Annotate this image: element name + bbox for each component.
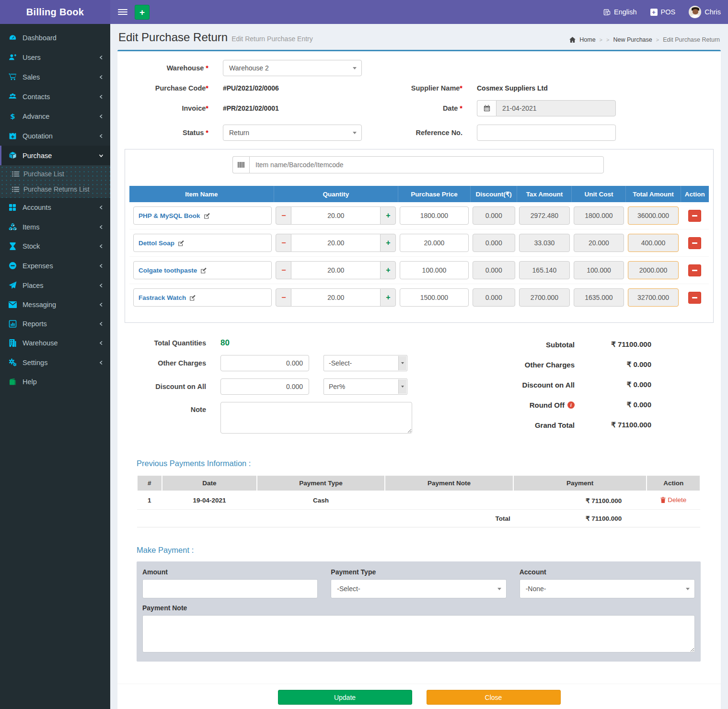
remove-item-button[interactable] [688, 210, 701, 222]
increment-button[interactable]: + [380, 234, 396, 252]
decrement-button[interactable]: − [276, 234, 291, 252]
reference-input[interactable] [477, 125, 616, 141]
sidebar-item-reports[interactable]: Reports [0, 314, 110, 333]
edit-icon[interactable] [200, 267, 207, 274]
col-action: Action [681, 186, 709, 202]
info-icon[interactable]: i [567, 401, 575, 409]
language-menu[interactable]: English [603, 8, 637, 16]
col-purchase-price: Purchase Price [398, 186, 470, 202]
sidebar-item-advance[interactable]: $ Advance [0, 106, 110, 126]
quantity-input[interactable] [291, 288, 380, 307]
cubes-icon [7, 223, 18, 231]
sidebar-toggle-icon[interactable] [118, 9, 127, 15]
breadcrumb-home[interactable]: Home [579, 36, 595, 43]
quantity-input[interactable] [291, 261, 380, 279]
sidebar-item-help[interactable]: Help [0, 372, 110, 391]
item-link[interactable]: Dettol Soap [139, 240, 174, 247]
items-panel: Item Name Quantity Purchase Price Discou… [125, 149, 714, 323]
update-button[interactable]: Update [278, 690, 412, 705]
warehouse-label: Warehouse * [125, 64, 208, 72]
breadcrumb-new-purchase[interactable]: New Purchase [613, 36, 652, 43]
edit-icon[interactable] [178, 240, 184, 246]
delete-payment-button[interactable]: Delete [660, 496, 686, 503]
user-menu[interactable]: Chris [689, 6, 721, 18]
increment-button[interactable]: + [380, 261, 396, 279]
sidebar-item-dashboard[interactable]: Dashboard [0, 28, 110, 47]
subtotal-value: ₹ 71100.000 [575, 340, 651, 349]
other-charges-total-label: Other Charges [450, 361, 575, 369]
purchase-price-input[interactable] [400, 261, 468, 279]
total-amount-input [628, 288, 679, 307]
app-logo[interactable]: Billing Book [0, 0, 110, 24]
item-row: PHP & MySQL Book − + [129, 202, 709, 229]
payment-note-textarea[interactable] [142, 615, 695, 652]
item-search-input[interactable] [249, 156, 604, 173]
payment-note-label: Payment Note [142, 604, 695, 612]
round-off-label: Round Off i [450, 401, 575, 409]
remove-item-button[interactable] [688, 292, 701, 304]
sidebar-item-settings[interactable]: Settings [0, 353, 110, 372]
item-name-cell: Colgate toothpaste [133, 261, 272, 279]
discount-total-label: Discount on All [450, 381, 575, 389]
hourglass-icon [7, 242, 18, 250]
discount-type-select[interactable]: Per% [324, 378, 407, 395]
items-table: Item Name Quantity Purchase Price Discou… [129, 186, 709, 311]
remove-item-button[interactable] [688, 264, 701, 276]
pos-button[interactable]: + POS [650, 8, 676, 16]
sidebar-item-stock[interactable]: Stock [0, 237, 110, 256]
account-select[interactable]: -None- [520, 579, 695, 598]
warehouse-select[interactable]: Warehouse 2 [223, 60, 362, 76]
edit-icon[interactable] [189, 295, 196, 301]
sidebar-item-warehouse[interactable]: Warehouse [0, 333, 110, 353]
payment-num: 1 [137, 491, 162, 510]
decrement-button[interactable]: − [276, 206, 291, 225]
status-select[interactable]: Return [223, 125, 362, 141]
edit-icon[interactable] [204, 213, 210, 219]
user-name: Chris [705, 8, 721, 16]
chevron-down-icon [686, 588, 690, 590]
sidebar-item-expenses[interactable]: Expenses [0, 256, 110, 275]
total-amount-input [628, 206, 679, 225]
sidebar-item-sales[interactable]: Sales [0, 67, 110, 87]
note-textarea[interactable] [220, 402, 412, 434]
col-item-name: Item Name [129, 186, 274, 202]
sidebar-item-purchase-returns-list[interactable]: Purchase Returns List [0, 182, 110, 197]
col-discount: Discount(₹) [471, 186, 517, 202]
amount-label: Amount [142, 568, 318, 576]
payment-type-select[interactable]: -Select- [331, 579, 506, 598]
sidebar-item-users[interactable]: Users [0, 47, 110, 67]
tax-amount-input [519, 206, 570, 225]
other-charges-select[interactable]: -Select- [324, 355, 407, 371]
sidebar-item-purchase[interactable]: Purchase [0, 146, 110, 165]
increment-button[interactable]: + [380, 206, 396, 225]
sidebar-item-messaging[interactable]: Messaging [0, 295, 110, 314]
svg-text:$: $ [10, 112, 15, 120]
quantity-input[interactable] [291, 206, 380, 225]
decrement-button[interactable]: − [276, 288, 291, 307]
purchase-price-input[interactable] [400, 206, 468, 225]
sidebar-item-purchase-list[interactable]: Purchase List [0, 166, 110, 182]
discount-on-all-input[interactable] [220, 378, 309, 395]
decrement-button[interactable]: − [276, 261, 291, 279]
increment-button[interactable]: + [380, 288, 396, 307]
sidebar-item-places[interactable]: Places [0, 275, 110, 295]
sidebar-item-items[interactable]: Items [0, 217, 110, 237]
supplier-name-label: Supplier Name* [376, 84, 462, 92]
close-button[interactable]: Close [427, 690, 561, 705]
item-link[interactable]: Fastrack Watch [139, 294, 186, 301]
purchase-code-value: #PU/2021/02/0006 [223, 84, 362, 92]
quick-add-button[interactable]: + [135, 5, 150, 20]
date-input[interactable] [496, 100, 616, 116]
remove-item-button[interactable] [688, 237, 701, 249]
sidebar-item-quotation[interactable]: Quotation [0, 126, 110, 146]
purchase-price-input[interactable] [400, 288, 468, 307]
item-link[interactable]: Colgate toothpaste [139, 267, 197, 274]
item-link[interactable]: PHP & MySQL Book [139, 212, 200, 219]
sidebar-item-accounts[interactable]: Accounts [0, 198, 110, 217]
quantity-input[interactable] [291, 234, 380, 252]
amount-input[interactable] [142, 579, 318, 598]
other-charges-input[interactable] [220, 355, 309, 371]
sidebar-item-contacts[interactable]: Contacts [0, 87, 110, 106]
pay-col-note: Payment Note [385, 475, 513, 491]
purchase-price-input[interactable] [400, 234, 468, 252]
